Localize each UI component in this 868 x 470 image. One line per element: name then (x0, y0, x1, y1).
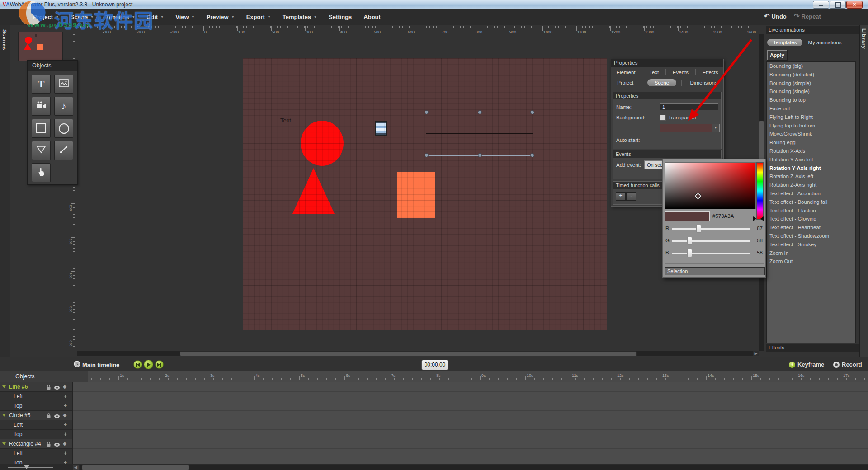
record-button[interactable]: Record (833, 361, 862, 368)
play-button[interactable] (144, 360, 153, 369)
selection-box[interactable] (426, 112, 533, 156)
triangle-object[interactable] (292, 168, 335, 214)
close-button[interactable]: × (846, 1, 863, 9)
add-call-button[interactable]: + (616, 192, 626, 201)
selection-handle[interactable] (530, 153, 534, 157)
timeline-hscrollbar[interactable] (80, 465, 868, 470)
animation-item[interactable]: Rotation Y-Axis right (767, 164, 855, 173)
b-slider-track[interactable] (672, 253, 750, 254)
ellipse-tool-button[interactable] (54, 119, 73, 138)
hue-bar[interactable] (756, 162, 764, 220)
selection-handle[interactable] (478, 153, 482, 157)
timeline-ruler[interactable]: 0s1s2s3s4s5s6s7s8s9s10s11s12s13s14s15s16… (73, 371, 868, 382)
tab-scene[interactable]: Scene (647, 79, 677, 86)
hand-tool-button[interactable] (32, 163, 51, 182)
animation-item[interactable]: Rotation Z-Axis left (767, 172, 855, 181)
color-cursor[interactable] (695, 193, 701, 199)
timeline-zoom-thumb[interactable] (24, 465, 29, 469)
collapse-triangle-icon[interactable] (2, 385, 6, 388)
timeline-track-top[interactable]: Top+ (0, 430, 72, 439)
r-slider-thumb[interactable] (696, 225, 701, 233)
animation-item[interactable]: Rotation X-Axis (767, 147, 855, 155)
timeline-hscrollbar-thumb[interactable] (82, 465, 189, 470)
lock-icon[interactable] (46, 441, 51, 450)
animation-item[interactable]: Text effect - Smokey (767, 240, 855, 249)
canvas-hscrollbar-thumb[interactable] (180, 351, 637, 356)
eye-icon[interactable] (54, 441, 60, 450)
scenes-tab[interactable]: Scenes (2, 29, 7, 50)
timeline-row-circle-5[interactable]: Circle #5◆ (0, 411, 72, 420)
rectangle-tool-button[interactable] (32, 119, 51, 138)
menu-export[interactable]: Export▼ (241, 14, 277, 20)
remove-call-button[interactable]: - (626, 192, 636, 201)
name-input[interactable] (660, 103, 718, 110)
keyframe-diamond-icon[interactable]: ◆ (63, 412, 66, 421)
animation-item[interactable]: Text effect - Bouncing fall (767, 198, 855, 207)
b-slider-thumb[interactable] (687, 249, 692, 257)
apply-button[interactable]: Apply (767, 50, 787, 60)
animation-item[interactable]: Bouncing to top (767, 96, 855, 104)
undo-button[interactable]: ↶Undo (764, 12, 787, 20)
animation-item[interactable]: Text effect - Shadowzoom (767, 232, 855, 240)
skip-end-button[interactable] (155, 360, 164, 369)
animation-item[interactable]: Text effect - Elastico (767, 207, 855, 215)
animation-item[interactable]: Bouncing (simple) (767, 79, 855, 88)
menu-project[interactable]: Project▼ (27, 14, 65, 20)
audio-tool-button[interactable]: ♪ (54, 97, 73, 116)
selection-combo[interactable]: Selection (665, 267, 765, 275)
widget-object[interactable] (375, 121, 387, 136)
selection-handle[interactable] (478, 110, 482, 114)
menu-scene[interactable]: Scene▼ (65, 14, 99, 20)
lock-icon[interactable] (46, 412, 51, 421)
video-tool-button[interactable] (32, 97, 51, 116)
tab-effects[interactable]: Effects (699, 69, 722, 76)
tab-events[interactable]: Events (669, 69, 692, 76)
add-keyframe-icon[interactable]: + (64, 401, 67, 410)
animation-item[interactable]: Flying Left to Right (767, 113, 855, 122)
animation-item[interactable]: Bouncing (detailed) (767, 70, 855, 79)
add-keyframe-icon[interactable]: + (64, 449, 67, 458)
r-slider-track[interactable] (672, 228, 750, 230)
maximize-button[interactable] (830, 1, 846, 9)
timeline-track-left[interactable]: Left+ (0, 392, 72, 401)
timeline-track-top[interactable]: Top+ (0, 401, 72, 411)
canvas-hscroll-right-arrow[interactable]: ▶ (753, 351, 759, 356)
saturation-value-gradient[interactable] (665, 162, 756, 209)
selection-handle[interactable] (425, 110, 429, 114)
animation-item[interactable]: Zoom Out (767, 257, 855, 266)
timeline-scroll-left-arrow[interactable]: ◀ (73, 465, 79, 470)
minimize-button[interactable] (813, 1, 829, 9)
rectangle-object[interactable] (397, 172, 435, 218)
animation-item[interactable]: Bouncing (big) (767, 62, 855, 70)
menu-about[interactable]: About (358, 14, 387, 20)
menu-view[interactable]: View▼ (170, 14, 200, 20)
timeline-row-rectangle-4[interactable]: Rectangle #4◆ (0, 439, 72, 449)
transparent-checkbox[interactable] (660, 115, 666, 121)
selection-handle[interactable] (425, 153, 429, 157)
line-tool-button[interactable] (54, 141, 73, 160)
g-slider-thumb[interactable] (687, 237, 692, 245)
eye-icon[interactable] (54, 412, 60, 421)
animation-item[interactable]: Text effect - Heartbeat (767, 223, 855, 232)
collapse-triangle-icon[interactable] (2, 414, 6, 417)
tab-project[interactable]: Project (613, 79, 637, 86)
timeline-row-line-6[interactable]: Line #6◆ (0, 382, 72, 392)
text-object[interactable]: Text (280, 117, 291, 124)
g-slider-track[interactable] (672, 240, 750, 242)
animation-item[interactable]: Text effect - Accordion (767, 189, 855, 198)
stage-canvas[interactable]: Text (243, 58, 607, 330)
tab-text[interactable]: Text (646, 69, 662, 76)
tab-element[interactable]: Element (613, 69, 639, 76)
add-keyframe-icon[interactable]: + (64, 392, 67, 401)
menu-timeline[interactable]: Timeline▼ (99, 14, 141, 20)
animation-item[interactable]: Rolling egg (767, 138, 855, 147)
collapse-triangle-icon[interactable] (2, 442, 6, 445)
library-tab[interactable]: Library (861, 28, 867, 49)
menu-templates[interactable]: Templates▼ (277, 14, 323, 20)
animation-item[interactable]: Bouncing (single) (767, 87, 855, 96)
animation-item[interactable]: Flying top to bottom (767, 122, 855, 130)
scene-thumbnail[interactable] (18, 32, 63, 61)
canvas-hscrollbar[interactable] (77, 351, 753, 356)
timeline-track-left[interactable]: Left+ (0, 420, 72, 430)
menu-settings[interactable]: Settings (323, 14, 358, 20)
